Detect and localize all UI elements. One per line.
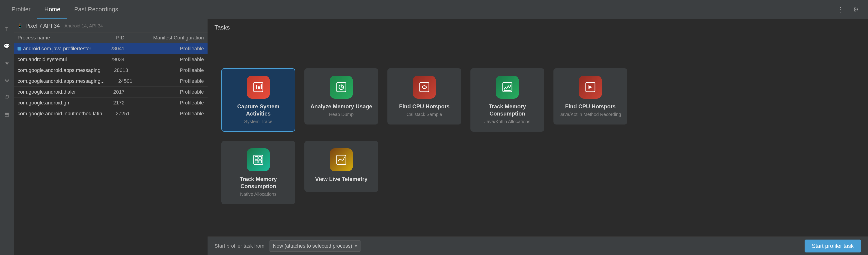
device-header: 📱 Pixel 7 API 34 Android 14, API 34 — [14, 19, 208, 33]
process-pid: 2172 — [97, 100, 125, 106]
start-task-label: Start profiler task from — [214, 243, 264, 249]
tab-profiler-label: Profiler — [11, 6, 30, 13]
svg-rect-14 — [259, 157, 261, 159]
table-row[interactable]: com.android.systemui 29034 Profileable — [14, 54, 208, 65]
sidebar-icon-timer[interactable]: ⏱ — [2, 92, 12, 102]
process-icon — [18, 47, 21, 51]
process-name: com.google.android.inputmethod.latin — [18, 111, 102, 117]
task-card-analyze-memory-usage[interactable]: Analyze Memory Usage Heap Dump — [304, 68, 378, 125]
tab-home[interactable]: Home — [37, 0, 67, 19]
task-card-view-live-telemetry[interactable]: View Live Telemetry — [304, 141, 378, 192]
start-profiler-button[interactable]: Start profiler task — [805, 240, 861, 252]
task-subtitle-analyze-memory-usage: Heap Dump — [329, 112, 354, 117]
svg-rect-16 — [259, 160, 261, 163]
settings-button[interactable]: ⚙ — [848, 6, 863, 13]
task-icon-analyze-memory-usage — [330, 75, 353, 99]
tasks-row: Track Memory Consumption Native Allocati… — [221, 141, 854, 204]
process-manifest: Profileable — [130, 111, 204, 117]
task-subtitle-find-cpu-hotspots-callstack: Callstack Sample — [407, 112, 442, 117]
task-title-view-live-telemetry: View Live Telemetry — [315, 176, 367, 183]
task-subtitle-capture-system-activities: System Trace — [244, 119, 272, 124]
task-title-find-cpu-hotspots-callstack: Find CPU Hotspots — [399, 103, 450, 110]
task-icon-find-cpu-hotspots-callstack — [413, 75, 436, 99]
tab-past-recordings[interactable]: Past Recordings — [67, 0, 125, 19]
process-manifest: Profileable — [125, 46, 204, 52]
device-sub: Android 14, API 34 — [64, 23, 103, 29]
tab-past-recordings-label: Past Recordings — [74, 6, 118, 13]
sidebar-icon-box[interactable]: ⬒ — [2, 109, 12, 120]
process-table: android.com.java.profilertester 28041 Pr… — [14, 43, 208, 255]
process-name: com.google.android.apps.messaging — [18, 67, 100, 73]
device-icon: 📱 — [18, 23, 23, 28]
process-manifest: Profileable — [125, 89, 204, 95]
task-card-find-cpu-hotspots-recording[interactable]: Find CPU Hotspots Java/Kotlin Method Rec… — [554, 68, 627, 125]
process-pid: 29034 — [97, 57, 125, 62]
tab-home-label: Home — [44, 6, 60, 13]
process-manifest: Profileable — [128, 67, 204, 73]
process-name: com.android.systemui — [18, 57, 97, 62]
process-pid: 28041 — [97, 46, 125, 52]
process-pid: 24501 — [105, 78, 132, 84]
task-card-find-cpu-hotspots-callstack[interactable]: Find CPU Hotspots Callstack Sample — [388, 68, 461, 125]
table-row[interactable]: com.google.android.apps.messaging... 245… — [14, 76, 208, 87]
main-content: T 💬 ★ ⊕ ⏱ ⬒ 📱 Pixel 7 API 34 Android 14,… — [0, 19, 868, 255]
task-card-track-memory-consumption-java[interactable]: Track Memory Consumption Java/Kotlin All… — [470, 68, 544, 132]
task-title-track-memory-consumption-java: Track Memory Consumption — [475, 103, 539, 117]
task-from-value: Now (attaches to selected process) — [273, 243, 352, 249]
tasks-header: Tasks — [208, 19, 868, 36]
table-row[interactable]: com.google.android.inputmethod.latin 272… — [14, 108, 208, 119]
table-row[interactable]: com.google.android.gm 2172 Profileable — [14, 98, 208, 108]
task-title-track-memory-consumption-native: Track Memory Consumption — [226, 176, 290, 190]
svg-rect-3 — [260, 85, 262, 89]
process-panel: 📱 Pixel 7 API 34 Android 14, API 34 Proc… — [14, 19, 208, 255]
table-header: Process name PID Manifest Configuration — [14, 33, 208, 43]
task-card-capture-system-activities[interactable]: Capture System Activities System Trace — [221, 68, 295, 132]
svg-rect-2 — [258, 86, 260, 89]
tasks-grid: Capture System Activities System Trace A… — [208, 36, 868, 236]
task-icon-track-memory-consumption-native — [247, 148, 270, 171]
svg-rect-15 — [255, 160, 258, 163]
task-icon-capture-system-activities — [247, 75, 270, 99]
tab-profiler[interactable]: Profiler — [5, 0, 37, 19]
table-row[interactable]: android.com.java.profilertester 28041 Pr… — [14, 43, 208, 54]
sidebar-icon-t[interactable]: T — [2, 24, 12, 34]
right-panel: Tasks Capture System Activities System T… — [208, 19, 868, 255]
task-title-analyze-memory-usage: Analyze Memory Usage — [310, 103, 372, 110]
table-row[interactable]: com.google.android.dialer 2017 Profileab… — [14, 87, 208, 98]
task-title-capture-system-activities: Capture System Activities — [226, 103, 290, 117]
tab-bar: Profiler Home Past Recordings ⋮ ⚙ — [0, 0, 868, 19]
task-icon-find-cpu-hotspots-recording — [579, 75, 602, 99]
svg-rect-1 — [256, 85, 257, 89]
process-pid: 27251 — [102, 111, 130, 117]
task-icon-view-live-telemetry — [330, 148, 353, 171]
task-icon-track-memory-consumption-java — [496, 75, 519, 99]
table-row[interactable]: com.google.android.apps.messaging 28613 … — [14, 65, 208, 76]
process-pid: 2017 — [97, 89, 125, 95]
task-subtitle-find-cpu-hotspots-recording: Java/Kotlin Method Recording — [560, 112, 621, 117]
process-name: com.google.android.gm — [18, 100, 97, 106]
process-manifest: Profileable — [125, 57, 204, 62]
svg-rect-13 — [255, 157, 258, 159]
process-name: com.google.android.dialer — [18, 89, 97, 95]
sidebar-icon-chat[interactable]: 💬 — [2, 41, 12, 51]
left-sidebar: T 💬 ★ ⊕ ⏱ ⬒ — [0, 19, 14, 255]
task-from-select[interactable]: Now (attaches to selected process) ▾ — [269, 241, 361, 252]
task-card-track-memory-consumption-native[interactable]: Track Memory Consumption Native Allocati… — [221, 141, 295, 204]
col-header-name: Process name — [18, 35, 97, 41]
sidebar-icon-star[interactable]: ★ — [2, 58, 12, 68]
process-name: com.google.android.apps.messaging... — [18, 78, 105, 84]
process-pid: 28613 — [100, 67, 128, 73]
select-arrow-icon: ▾ — [355, 244, 357, 249]
sidebar-icon-add[interactable]: ⊕ — [2, 75, 12, 85]
col-header-manifest: Manifest Configuration — [125, 35, 204, 41]
task-subtitle-track-memory-consumption-native: Native Allocations — [240, 192, 277, 197]
tasks-title: Tasks — [214, 24, 230, 31]
tasks-row: Capture System Activities System Trace A… — [221, 68, 854, 132]
task-subtitle-track-memory-consumption-java: Java/Kotlin Allocations — [484, 119, 530, 124]
task-title-find-cpu-hotspots-recording: Find CPU Hotspots — [565, 103, 616, 110]
process-manifest: Profileable — [132, 78, 204, 84]
col-header-pid: PID — [97, 35, 125, 41]
process-manifest: Profileable — [125, 100, 204, 106]
more-options-button[interactable]: ⋮ — [833, 6, 848, 13]
device-name: Pixel 7 API 34 — [25, 23, 60, 29]
